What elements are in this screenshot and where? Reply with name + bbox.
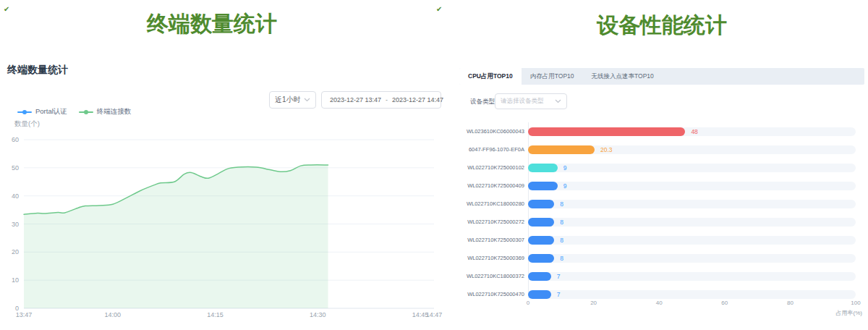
tab-label: CPU占用TOP10 bbox=[468, 72, 513, 81]
y-tick-label: 40 bbox=[12, 192, 19, 200]
x-axis-title: 占用率(%) bbox=[836, 309, 862, 317]
bar-row: WL022710K7250002728 bbox=[456, 213, 868, 231]
bar-row: WL022710KC180003727 bbox=[456, 267, 868, 285]
bar-row: WL023610KC0600004348 bbox=[456, 122, 868, 140]
device-performance-section: 设备性能统计 CPU占用TOP10内存占用TOP10无线接入点速率TOP10 设… bbox=[456, 0, 868, 330]
y-tick-label: 10 bbox=[12, 276, 19, 284]
bar-category-label: WL022710K725000369 bbox=[456, 255, 524, 261]
bar-track: 9 bbox=[528, 182, 856, 190]
date-range-end: 2023-12-27 14:47 bbox=[392, 96, 443, 103]
device-type-placeholder: 请选择设备类型 bbox=[501, 97, 544, 106]
legend-dot bbox=[22, 110, 27, 114]
x-tick-label: 0 bbox=[527, 300, 529, 306]
device-type-select[interactable]: 请选择设备类型 bbox=[495, 93, 567, 109]
bar-value-label: 8 bbox=[560, 218, 563, 227]
bar-track: 48 bbox=[528, 127, 856, 136]
bar[interactable] bbox=[528, 127, 685, 136]
chart-legend: Portal认证终端连接数 bbox=[17, 107, 131, 117]
chevron-down-icon bbox=[304, 98, 310, 102]
bar-chart-x-axis: 020406080100 bbox=[456, 300, 868, 308]
y-tick-label: 50 bbox=[12, 164, 19, 172]
bar-track: 9 bbox=[528, 164, 856, 172]
bar-category-label: WL022710K725000272 bbox=[456, 219, 524, 225]
x-tick-label: 20 bbox=[590, 300, 597, 306]
bar-track: 7 bbox=[528, 272, 856, 281]
bar[interactable] bbox=[528, 272, 551, 281]
x-tick-label: 60 bbox=[721, 300, 728, 306]
bar-value-label: 20.3 bbox=[600, 145, 613, 154]
bar[interactable] bbox=[528, 145, 595, 154]
chevron-down-icon bbox=[555, 99, 561, 103]
series-area-fill bbox=[24, 165, 328, 308]
tab-item[interactable]: 无线接入点速率TOP10 bbox=[583, 68, 663, 85]
device-type-label: 设备类型 bbox=[470, 98, 495, 106]
bar[interactable] bbox=[528, 236, 554, 245]
bar-value-label: 9 bbox=[563, 164, 567, 172]
y-tick-label: 30 bbox=[12, 221, 19, 228]
bar-value-label: 7 bbox=[557, 272, 561, 281]
bar-value-label: 9 bbox=[563, 182, 567, 190]
legend-label: 终端连接数 bbox=[97, 107, 132, 117]
legend-marker-icon bbox=[17, 109, 32, 116]
bar-category-label: WL022710KC18000372 bbox=[456, 273, 524, 279]
bar-value-label: 8 bbox=[560, 236, 563, 245]
line-chart[interactable]: 010203040506013:4714:0014:1514:3014:4514… bbox=[0, 129, 448, 326]
bar-category-label: WL022710K725000409 bbox=[456, 182, 524, 189]
time-range-select[interactable]: 近1小时 bbox=[269, 91, 316, 109]
bar[interactable] bbox=[528, 200, 554, 208]
y-tick-label: 60 bbox=[12, 136, 19, 143]
bar-category-label: WL022710K725000102 bbox=[456, 164, 524, 171]
tab-item[interactable]: 内存占用TOP10 bbox=[522, 68, 583, 85]
x-tick-label: 14:30 bbox=[310, 311, 326, 318]
x-tick-label: 14:15 bbox=[207, 311, 224, 318]
time-range-select-value: 近1小时 bbox=[275, 95, 301, 105]
bar-track: 8 bbox=[528, 254, 856, 263]
bar-category-label: WL023610KC06000043 bbox=[456, 128, 524, 135]
bar-category-label: WL022710KC18000280 bbox=[456, 200, 524, 207]
x-tick-label: 14:47 bbox=[426, 311, 443, 318]
tab-label: 内存占用TOP10 bbox=[530, 72, 574, 81]
legend-item[interactable]: 终端连接数 bbox=[79, 107, 132, 117]
bar-row: WL022710K7250003078 bbox=[456, 231, 868, 249]
bar-track: 8 bbox=[528, 200, 856, 208]
bar-track: 20.3 bbox=[528, 145, 856, 154]
bar[interactable] bbox=[528, 164, 558, 172]
date-range-start: 2023-12-27 13:47 bbox=[330, 96, 381, 103]
y-tick-label: 20 bbox=[12, 248, 19, 255]
bar-row: WL022710K7250004099 bbox=[456, 177, 868, 195]
bar[interactable] bbox=[528, 218, 554, 227]
section-title-terminal-count: 终端数量统计 bbox=[0, 9, 424, 39]
bar-row: WL022710KC180002808 bbox=[456, 195, 868, 213]
x-tick-label: 100 bbox=[851, 300, 860, 306]
bar-category-label: WL022710K725000470 bbox=[456, 291, 524, 297]
bar-category-label: 6047-FF96-1070-EF0A bbox=[456, 146, 524, 153]
bar-row: WL022710K7250001029 bbox=[456, 158, 868, 177]
date-range-picker[interactable]: 2023-12-27 13:47 - 2023-12-27 14:47 bbox=[321, 91, 441, 109]
tab-label: 无线接入点速率TOP10 bbox=[592, 72, 654, 81]
legend-dot bbox=[84, 110, 88, 114]
bar-track: 7 bbox=[528, 290, 856, 299]
y-axis-title: 数量(个) bbox=[14, 119, 40, 129]
date-range-separator: - bbox=[384, 96, 389, 103]
bar-track: 8 bbox=[528, 218, 856, 227]
legend-item[interactable]: Portal认证 bbox=[17, 107, 67, 117]
bar-category-label: WL022710K725000307 bbox=[456, 237, 524, 243]
bar[interactable] bbox=[528, 254, 554, 263]
top10-tabbar: CPU占用TOP10内存占用TOP10无线接入点速率TOP10 bbox=[459, 68, 864, 85]
bar-value-label: 8 bbox=[560, 254, 563, 263]
bar-track: 8 bbox=[528, 236, 856, 245]
chart-card-title: 终端数量统计 bbox=[7, 64, 68, 77]
bar-row: 6047-FF96-1070-EF0A20.3 bbox=[456, 140, 868, 158]
x-tick-label: 80 bbox=[787, 300, 793, 306]
legend-label: Portal认证 bbox=[35, 107, 67, 117]
legend-marker-icon bbox=[79, 109, 93, 116]
section-title-device-performance: 设备性能统计 bbox=[456, 11, 868, 41]
bar-value-label: 48 bbox=[691, 127, 697, 136]
bar[interactable] bbox=[528, 290, 551, 299]
terminal-count-section: 终端数量统计 终端数量统计 近1小时 2023-12-27 13:47 - 20… bbox=[0, 0, 448, 330]
bar[interactable] bbox=[528, 182, 558, 190]
x-tick-label: 13:47 bbox=[16, 311, 33, 318]
x-tick-label: 40 bbox=[656, 300, 663, 306]
bar-row: WL022710K7250003698 bbox=[456, 249, 868, 267]
tab-active[interactable]: CPU占用TOP10 bbox=[459, 68, 522, 85]
